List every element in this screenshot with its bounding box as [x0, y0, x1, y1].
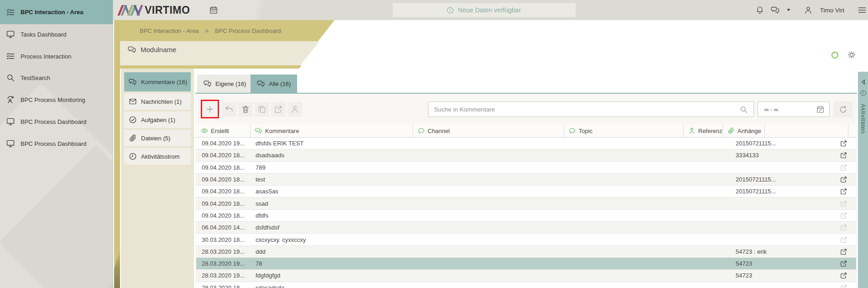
column-erstellt[interactable]: Erstellt [196, 124, 250, 137]
tab-kommentare[interactable]: Kommentare (16) [124, 72, 191, 91]
open-row-icon[interactable] [840, 248, 847, 256]
sidebar-item-testsearch[interactable]: TestSearch [0, 69, 113, 86]
open-row-icon[interactable] [840, 200, 847, 208]
open-row-icon[interactable] [840, 224, 847, 231]
sidebar-item-label: BPC Process Monitoring [21, 96, 85, 103]
cell-reference: 20150721115... [734, 176, 835, 183]
open-row-icon[interactable] [840, 272, 847, 279]
column-anhaenge[interactable]: Anhänge [722, 124, 764, 137]
delete-button[interactable] [238, 102, 253, 117]
sidebar-item-label: TestSearch [21, 75, 50, 81]
tab-aufgaben[interactable]: Aufgaben (1) [124, 112, 191, 128]
sidebar-item-process-interaction[interactable]: Process Interaction [0, 48, 113, 65]
table-row[interactable]: 28.03.2020 19... 78 54723 [196, 258, 856, 270]
copy-button[interactable] [255, 102, 269, 117]
speech-bubble-icon [418, 127, 425, 134]
breadcrumb-item-current[interactable]: BPC Process Dashboard [215, 27, 281, 34]
open-row-icon[interactable] [840, 212, 847, 219]
cell-comment: ddd [250, 248, 734, 255]
open-row-icon[interactable] [840, 260, 847, 267]
sidebar: BPC Interaction - Area Tasks Dashboard P… [0, 0, 113, 288]
user-name[interactable]: Timo Virt [820, 7, 844, 14]
sidebar-item-bpc-process-dashboard[interactable]: BPC Process Dashboard [0, 113, 113, 130]
calendar-icon[interactable] [209, 5, 218, 15]
table-row[interactable]: 09.04.2020 18... ssad [196, 197, 856, 209]
tab-eigene[interactable]: Eigene (16) [197, 75, 252, 93]
breadcrumb-item[interactable]: BPC Interaction - Area [140, 27, 199, 34]
open-row-icon[interactable] [840, 284, 847, 288]
tab-dateien[interactable]: Dateien (5) [124, 130, 191, 146]
column-channel[interactable]: Channel [413, 124, 564, 137]
table-row[interactable]: 09.04.2020 18... dsadsaads 3334133 [196, 149, 856, 161]
table-row[interactable]: 30.03.2020 18... cxcxycxy. cyxxccxy [196, 234, 856, 245]
cell-actions [835, 212, 856, 219]
cell-comment: dfsfds ERIK TEST [250, 140, 734, 147]
chat-bubbles-icon[interactable] [771, 5, 780, 15]
cell-reference: 54723 [734, 260, 835, 267]
table-row[interactable]: 09.04.2020 18... 789 [196, 162, 856, 174]
reply-button[interactable] [222, 102, 236, 117]
table-row[interactable]: 09.04.2020 18... dfdfs [196, 210, 856, 222]
table-row[interactable]: 28.03.2020 19... fdgfdgfgd 54723 [196, 270, 856, 282]
open-row-icon[interactable] [840, 164, 847, 171]
cell-created: 09.04.2020 18... [196, 176, 250, 183]
assign-user-button[interactable] [288, 102, 302, 117]
cell-created: 06.04.2020 14... [196, 224, 250, 231]
sidebar-item-bpc-process-dashboard-2[interactable]: BPC Process Dashboard [0, 135, 113, 152]
open-external-button[interactable] [271, 102, 286, 117]
open-row-icon[interactable] [840, 139, 847, 147]
search-icon[interactable] [739, 105, 748, 114]
table-row[interactable]: 09.04.2020 19... dfsfds ERIK TEST 201507… [196, 138, 856, 149]
sidebar-item-bpc-interaction-area[interactable]: BPC Interaction - Area [0, 0, 113, 24]
table-row[interactable]: 09.04.2020 18... asasSas 20150721115... [196, 186, 856, 197]
tab-nachrichten[interactable]: Nachrichten (1) [124, 93, 191, 110]
refresh-button[interactable] [833, 101, 852, 117]
cell-comment: cxcxycxy. cyxxccxy [250, 236, 734, 243]
column-topic[interactable]: Topic [564, 124, 683, 137]
table-row[interactable]: 28.03.2020 18... sdasadsda [196, 282, 856, 288]
date-range-field[interactable]: ∞ - ∞ [758, 101, 830, 117]
chat-bubbles-icon [128, 45, 136, 54]
sidebar-item-tasks-dashboard[interactable]: Tasks Dashboard [0, 26, 113, 43]
chevron-down-icon[interactable] [786, 8, 791, 12]
open-row-icon[interactable] [840, 236, 847, 244]
check-circle-icon [129, 116, 137, 124]
table-row[interactable]: 09.04.2020 18... test 20150721115... [196, 174, 856, 186]
cell-created: 28.03.2020 19... [196, 248, 250, 255]
bell-icon[interactable] [755, 5, 764, 15]
tab-alle[interactable]: Alle (16) [251, 75, 297, 93]
monitor-icon [6, 30, 15, 39]
user-icon[interactable] [804, 5, 813, 15]
sidebar-item-bpc-process-monitoring[interactable]: BPC Process Monitoring [0, 91, 113, 108]
column-kommentare[interactable]: Kommentare [250, 124, 413, 137]
external-link-icon [274, 105, 283, 114]
info-icon [446, 6, 454, 14]
cell-actions [835, 176, 856, 183]
topbar: VIRTIMO Neue Daten verfügbar. Timo Virt [113, 0, 868, 20]
notification-banner[interactable]: Neue Daten verfügbar. [392, 3, 576, 17]
open-row-icon[interactable] [840, 187, 847, 195]
open-row-icon[interactable] [840, 176, 847, 183]
cell-created: 09.04.2020 18... [196, 212, 250, 219]
tab-aktivitaetsstrom[interactable]: Aktivitätsstrom [124, 148, 191, 165]
column-spacer [764, 124, 848, 137]
status-circle-icon[interactable] [831, 52, 838, 59]
activities-side-panel[interactable]: Aktivitäten [858, 72, 868, 288]
column-referenz[interactable]: Referenz [683, 124, 722, 137]
tab-label: Alle (16) [269, 80, 291, 87]
user-icon [290, 105, 299, 114]
bpc-app: { "app": { "logo_text": "VIRTIMO", "noti… [0, 0, 868, 288]
search-input[interactable] [429, 106, 739, 113]
gear-icon[interactable] [847, 50, 856, 59]
table-row[interactable]: 28.03.2020 19... ddd 54723 : erik [196, 246, 856, 258]
cell-comment: ssad [250, 200, 734, 207]
collapse-left-icon[interactable] [860, 79, 866, 85]
cell-actions [835, 224, 856, 231]
table-header: Erstellt Kommentare Channel Topic Refere… [196, 124, 856, 138]
add-comment-button[interactable] [201, 100, 219, 118]
open-row-icon[interactable] [840, 151, 847, 159]
reply-icon [225, 105, 234, 114]
chat-bubbles-icon [257, 80, 265, 88]
table-row[interactable]: 06.04.2020 14... dsfdfsdsf [196, 222, 856, 234]
menu-icon[interactable] [856, 5, 868, 15]
